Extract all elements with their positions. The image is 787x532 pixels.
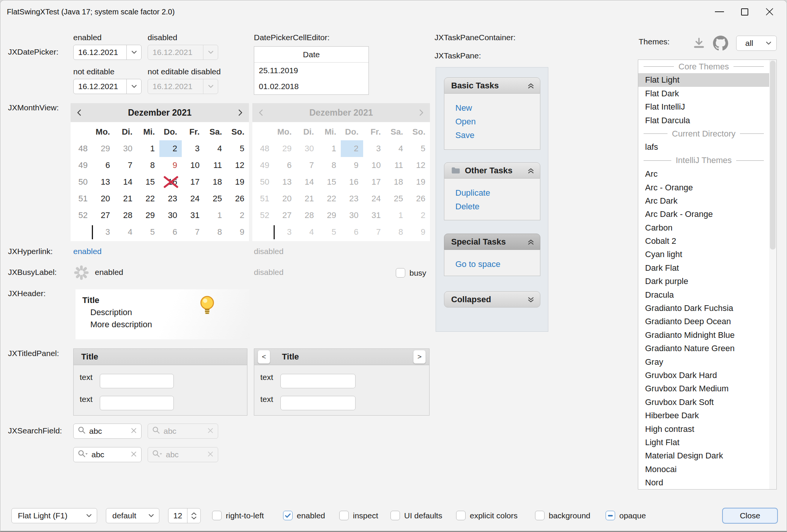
search-value[interactable]: abc: [89, 427, 127, 436]
chevron-down-icon[interactable]: [126, 79, 141, 94]
checkbox-opaque[interactable]: opaque: [606, 511, 646, 520]
text-input[interactable]: [100, 374, 174, 388]
collapse-icon[interactable]: [527, 82, 535, 89]
day-cell[interactable]: 20: [92, 190, 115, 207]
day-cell[interactable]: 5: [137, 224, 159, 240]
day-cell[interactable]: 25: [204, 190, 227, 207]
task-link[interactable]: Delete: [455, 200, 540, 213]
day-cell[interactable]: 27: [92, 207, 115, 224]
spinner-value[interactable]: 12: [168, 511, 187, 520]
taskpane-header[interactable]: Other Tasks: [444, 162, 540, 179]
theme-item[interactable]: High contrast: [638, 422, 769, 436]
day-cell[interactable]: 12: [227, 157, 249, 174]
day-cell[interactable]: 29: [137, 207, 159, 224]
close-window-button[interactable]: [757, 0, 782, 23]
theme-item[interactable]: Arc Dark: [638, 194, 769, 207]
day-cell[interactable]: 8: [137, 157, 159, 174]
theme-item[interactable]: Gruvbox Dark Soft: [638, 395, 769, 409]
scrollbar-thumb[interactable]: [770, 61, 776, 250]
checkbox-inspect[interactable]: inspect: [339, 511, 378, 520]
checkbox-ui-defaults[interactable]: UI defaults: [390, 511, 442, 520]
day-cell[interactable]: 23: [159, 190, 182, 207]
theme-list[interactable]: Core ThemesFlat LightFlat DarkFlat Intel…: [638, 60, 769, 489]
spinner-up-icon[interactable]: [191, 512, 197, 515]
day-cell[interactable]: 26: [227, 190, 249, 207]
day-cell[interactable]: 29: [92, 140, 115, 157]
search-value[interactable]: abc: [91, 450, 127, 459]
clear-icon[interactable]: [131, 427, 137, 436]
checkbox-box[interactable]: [606, 511, 615, 520]
font-size-spinner[interactable]: 12: [168, 508, 201, 523]
day-cell[interactable]: 10: [182, 157, 204, 174]
task-link[interactable]: Duplicate: [455, 186, 540, 200]
checkbox-box[interactable]: [212, 511, 222, 520]
expand-icon[interactable]: [527, 296, 535, 303]
checkbox-box[interactable]: [339, 511, 349, 520]
day-cell[interactable]: 30: [115, 140, 137, 157]
github-icon[interactable]: [713, 36, 728, 51]
theme-item[interactable]: Gruvbox Dark Hard: [638, 369, 769, 382]
day-cell[interactable]: 8: [204, 224, 227, 240]
monthview-enabled[interactable]: Dezember 2021 Mo.Di.Mi.Do.Fr.Sa.So.48293…: [71, 103, 249, 241]
scale-combo[interactable]: default: [106, 508, 159, 523]
table-row[interactable]: 01.02.2018: [254, 78, 368, 94]
theme-item[interactable]: Flat Light: [638, 73, 769, 86]
day-cell[interactable]: 3: [92, 224, 115, 240]
day-cell[interactable]: 9: [227, 224, 249, 240]
text-input[interactable]: [280, 374, 356, 388]
day-cell[interactable]: 22: [137, 190, 159, 207]
hyperlink-enabled[interactable]: enabled: [73, 247, 102, 256]
day-cell[interactable]: 28: [115, 207, 137, 224]
theme-item[interactable]: Dracula: [638, 288, 769, 301]
day-cell[interactable]: 24: [182, 190, 204, 207]
checkbox-busy[interactable]: busy: [396, 268, 426, 278]
checkbox-box[interactable]: [456, 511, 466, 520]
day-cell[interactable]: 5: [227, 140, 249, 157]
task-link[interactable]: Save: [455, 129, 540, 142]
theme-item[interactable]: lafs: [638, 140, 769, 154]
theme-item[interactable]: Monocai: [638, 463, 769, 476]
collapse-icon[interactable]: [527, 167, 535, 174]
theme-item[interactable]: Flat Dark: [638, 87, 769, 100]
checkbox-box[interactable]: [396, 268, 405, 278]
day-cell[interactable]: 21: [115, 190, 137, 207]
taskpane-header[interactable]: Basic Tasks: [444, 77, 540, 94]
day-cell[interactable]: 3: [182, 140, 204, 157]
day-cell[interactable]: 30: [159, 207, 182, 224]
next-month-icon[interactable]: [238, 109, 243, 116]
day-cell[interactable]: 7: [182, 224, 204, 240]
task-link[interactable]: Go to space: [455, 257, 540, 271]
theme-item[interactable]: Gradianto Deep Ocean: [638, 315, 769, 328]
clear-icon[interactable]: [131, 450, 137, 459]
theme-item[interactable]: Light Flat: [638, 436, 769, 449]
day-cell[interactable]: 11: [204, 157, 227, 174]
prev-button[interactable]: <: [258, 350, 270, 364]
search-field-with-menu[interactable]: abc: [73, 447, 142, 462]
day-cell[interactable]: 16: [159, 174, 182, 190]
checkbox-right-to-left[interactable]: right-to-left: [212, 511, 264, 520]
chevron-down-icon[interactable]: [126, 45, 141, 60]
theme-item[interactable]: Arc - Orange: [638, 181, 769, 194]
day-cell[interactable]: 6: [159, 224, 182, 240]
task-link[interactable]: New: [455, 101, 540, 115]
theme-item[interactable]: Nord: [638, 476, 769, 489]
day-cell[interactable]: 18: [204, 174, 227, 190]
day-cell[interactable]: 4: [204, 140, 227, 157]
theme-item[interactable]: Arc: [638, 167, 769, 180]
day-cell[interactable]: 1: [137, 140, 159, 157]
table-column-header[interactable]: Date: [254, 47, 368, 63]
maximize-button[interactable]: [732, 0, 757, 23]
theme-item[interactable]: Cyan light: [638, 248, 769, 261]
theme-item[interactable]: Hiberbee Dark: [638, 409, 769, 422]
scrollbar[interactable]: [769, 60, 776, 489]
theme-item[interactable]: Arc Dark - Orange: [638, 207, 769, 221]
theme-item[interactable]: Flat IntelliJ: [638, 100, 769, 113]
checkbox-box[interactable]: [535, 511, 545, 520]
search-field[interactable]: abc: [73, 424, 142, 439]
day-cell[interactable]: 15: [137, 174, 159, 190]
theme-item[interactable]: Gradianto Midnight Blue: [638, 328, 769, 342]
spinner-down-icon[interactable]: [191, 516, 197, 519]
day-cell[interactable]: 2: [227, 207, 249, 224]
checkbox-background[interactable]: background: [535, 511, 590, 520]
close-button[interactable]: Close: [722, 508, 778, 524]
